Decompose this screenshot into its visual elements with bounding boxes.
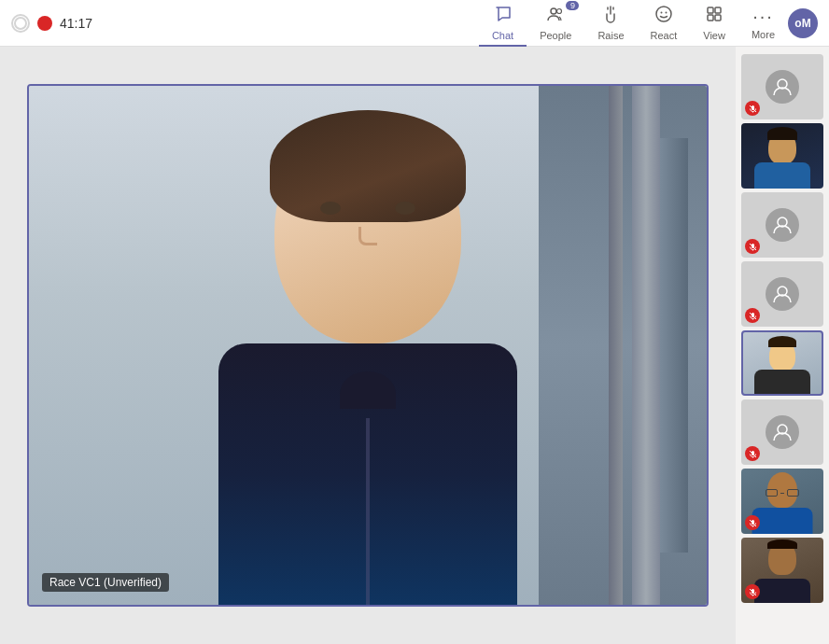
video-area: Race VC1 (Unverified) (0, 47, 736, 644)
p7-mute-badge (745, 515, 760, 530)
participant-thumb-3[interactable] (741, 192, 823, 258)
svg-point-3 (656, 7, 671, 21)
nav-item-more[interactable]: ··· More (738, 2, 788, 44)
svg-rect-8 (708, 15, 713, 21)
user-avatar[interactable]: oM (788, 8, 818, 38)
more-label: More (752, 29, 775, 40)
main-video-label: Race VC1 (Unverified) (42, 573, 169, 592)
nav-item-react[interactable]: React (638, 1, 691, 45)
top-right: oM (788, 8, 829, 38)
participant-thumb-8[interactable] (741, 538, 823, 603)
p3-mute-badge (745, 239, 760, 254)
svg-point-2 (557, 9, 562, 14)
main-video-bg (29, 86, 707, 605)
svg-point-1 (551, 8, 556, 14)
view-label: View (703, 30, 725, 41)
p8-mute-badge (745, 584, 760, 599)
raise-icon (601, 5, 620, 28)
call-timer: 41:17 (60, 16, 92, 31)
participant-thumb-2[interactable] (741, 123, 823, 189)
p5-body (754, 370, 810, 394)
svg-rect-7 (715, 7, 721, 13)
top-left: 41:17 (0, 14, 479, 33)
svg-rect-6 (708, 7, 713, 13)
nav-item-view[interactable]: View (690, 1, 738, 45)
status-icon (11, 14, 30, 33)
nav-item-chat[interactable]: Chat (479, 1, 527, 45)
svg-rect-9 (715, 15, 721, 21)
more-icon: ··· (752, 6, 774, 27)
svg-point-4 (660, 12, 662, 14)
main-speaker-video (153, 101, 583, 605)
top-nav: Chat 9 People Raise (479, 1, 788, 45)
people-label: People (540, 30, 571, 41)
participant-sidebar (736, 47, 829, 644)
main-video-container: Race VC1 (Unverified) (27, 84, 709, 607)
nav-item-people[interactable]: 9 People (527, 1, 584, 45)
p6-mute-badge (745, 446, 760, 461)
record-button[interactable] (37, 16, 52, 31)
participant-thumb-7[interactable] (741, 469, 823, 534)
main-content: Race VC1 (Unverified) (0, 47, 829, 644)
svg-point-0 (15, 18, 26, 29)
p8-body (754, 579, 810, 603)
react-icon (654, 5, 673, 28)
p3-avatar-icon (766, 208, 799, 242)
svg-point-5 (665, 12, 667, 14)
participant-thumb-5[interactable] (741, 330, 823, 396)
react-label: React (651, 30, 678, 41)
participant-thumb-1[interactable] (741, 54, 823, 119)
participant-thumb-4[interactable] (741, 261, 823, 327)
p6-avatar-icon (766, 415, 799, 449)
chat-label: Chat (492, 30, 513, 41)
chat-icon (494, 5, 513, 28)
p7-body (752, 508, 813, 534)
top-bar: 41:17 Chat 9 People (0, 0, 829, 47)
p1-mute-badge (745, 101, 760, 116)
p2-body (754, 162, 810, 189)
raise-label: Raise (597, 30, 624, 41)
people-icon (546, 5, 565, 28)
people-badge: 9 (566, 1, 579, 10)
p1-avatar-icon (766, 70, 799, 104)
participant-thumb-6[interactable] (741, 399, 823, 465)
view-icon (705, 5, 724, 28)
p4-mute-badge (745, 308, 760, 323)
nav-item-raise[interactable]: Raise (584, 1, 637, 45)
p4-avatar-icon (766, 277, 799, 311)
